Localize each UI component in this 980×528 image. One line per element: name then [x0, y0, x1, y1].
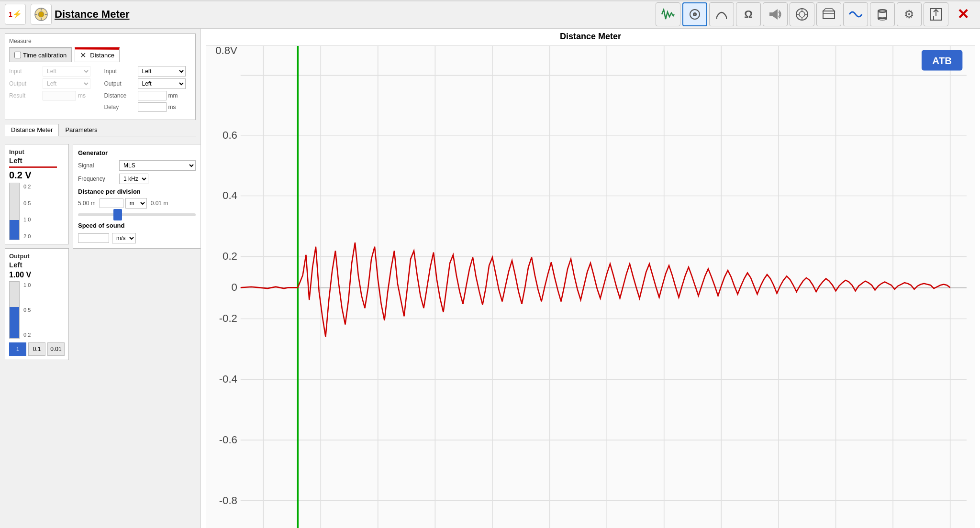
zoom-buttons: 1 0.1 0.01	[9, 342, 65, 356]
dist-distance-input[interactable]: 858	[138, 91, 167, 100]
tc-input-select[interactable]: LeftRight	[43, 66, 90, 77]
input-panel: Input Left 0.2 V 0.2 0.5 1.0	[5, 144, 69, 244]
curve-tool-button[interactable]	[709, 2, 734, 26]
speaker-tool-button[interactable]	[763, 2, 788, 26]
dm-tab-distance-meter[interactable]: Distance Meter	[5, 124, 59, 136]
input-label: Input	[9, 148, 65, 155]
svg-text:0.4: 0.4	[223, 189, 237, 201]
dist-input-select[interactable]: LeftRight	[138, 66, 186, 77]
svg-text:-0.6: -0.6	[219, 434, 237, 446]
app-title: Distance Meter	[55, 8, 130, 21]
dpd-unit-select[interactable]: m cm mm	[125, 198, 147, 209]
output-level-display: 1.0 0.5 0.2	[9, 281, 65, 339]
distance-per-div-section: Distance per division 5.00 m 1.00 m cm m…	[78, 188, 196, 216]
distance-tab[interactable]: ✕ Distance	[75, 47, 120, 62]
input-tick-3: 1.0	[23, 217, 31, 222]
dist-delay-unit: ms	[168, 104, 176, 110]
chart-svg: 0.8V 0.6 0.4 0.2 0 -0.2 -0.4 -0.6 -0.8 0…	[206, 46, 975, 528]
input-channel: Left	[9, 156, 65, 165]
dist-delay-input[interactable]: 2.494	[138, 102, 167, 112]
close-button[interactable]: ✕	[950, 2, 975, 26]
dpd-left-val: 5.00 m	[78, 200, 96, 207]
dm-tab-bar: Distance Meter Parameters	[5, 124, 196, 136]
dpd-row: 5.00 m 1.00 m cm mm 0.01 m	[78, 198, 196, 209]
output-tick-3: 0.2	[23, 332, 31, 338]
output-tick-2: 0.5	[23, 307, 31, 313]
time-cal-label: Time calibration	[23, 52, 67, 59]
dist-distance-label: Distance	[104, 92, 138, 99]
filter-tool-button[interactable]	[790, 2, 814, 26]
dpd-center-input[interactable]: 1.00	[100, 198, 123, 208]
measure-section: Measure Time calibration ✕ Distance	[5, 33, 196, 120]
signal-label: Signal	[78, 162, 116, 169]
input-level-bar	[10, 220, 19, 240]
time-cal-checkbox[interactable]	[14, 52, 21, 58]
sos-label: Speed of sound	[78, 222, 196, 229]
frequency-row: Frequency 1 kHz 2 kHz 4 kHz	[78, 174, 196, 184]
impedance-tool-button[interactable]: Ω	[736, 2, 761, 26]
tc-result-input[interactable]: 1.250	[43, 91, 76, 100]
measure-tabs: Time calibration ✕ Distance	[9, 47, 191, 62]
toolbar: Ω	[656, 2, 975, 26]
output-tick-1: 1.0	[23, 282, 31, 288]
waveform-tool-button[interactable]	[656, 2, 680, 26]
input-level-bar-container	[9, 183, 20, 240]
dpd-right-val: 0.01 m	[151, 200, 168, 207]
output-level-ticks: 1.0 0.5 0.2	[23, 281, 31, 339]
output-label: Output	[9, 253, 65, 260]
tc-input-label: Input	[9, 68, 43, 75]
header: 1⚡ Distance Meter	[0, 0, 980, 29]
dm-tab-parameters[interactable]: Parameters	[59, 124, 103, 136]
sos-unit-select[interactable]: m/s	[112, 233, 136, 243]
output-panel: Output Left 1.00 V 1.0 0.5 0.2	[5, 248, 69, 360]
frequency-select[interactable]: 1 kHz 2 kHz 4 kHz	[119, 174, 148, 184]
cylinder-tool-button[interactable]	[870, 2, 895, 26]
dist-input-label: Input	[104, 68, 138, 75]
input-tick-1: 0.2	[23, 184, 31, 189]
chart-panel: ⚙ Distance Meter	[201, 29, 980, 528]
zoom-btn-01[interactable]: 0.1	[28, 342, 45, 356]
svg-point-8	[694, 13, 696, 15]
sos-section: Speed of sound 344.0 m/s	[78, 222, 196, 243]
zoom-btn-001[interactable]: 0.01	[47, 342, 65, 356]
svg-text:0.8V: 0.8V	[215, 46, 237, 56]
svg-point-14	[799, 11, 805, 17]
dpd-label: Distance per division	[78, 188, 196, 195]
settings-tool-button[interactable]: ⚙	[897, 2, 922, 26]
zoom-btn-1[interactable]: 1	[9, 342, 26, 356]
output-level-bar-container	[9, 281, 20, 339]
export-tool-button[interactable]	[924, 2, 948, 26]
dist-distance-unit: mm	[168, 92, 178, 99]
svg-rect-11	[769, 12, 773, 16]
svg-marker-21	[823, 9, 835, 11]
tc-result-label: Result	[9, 92, 43, 99]
tc-output-select[interactable]: LeftRight	[43, 78, 90, 89]
output-voltage: 1.00 V	[9, 271, 65, 279]
distance-tool-button[interactable]	[682, 2, 707, 26]
tc-result-unit: ms	[78, 92, 86, 99]
svg-text:-0.8: -0.8	[219, 495, 237, 506]
time-calibration-tab[interactable]: Time calibration	[9, 47, 72, 62]
measure-label: Measure	[9, 38, 191, 44]
svg-text:0.6: 0.6	[223, 129, 237, 141]
svg-text:0: 0	[232, 281, 237, 293]
app-icon	[31, 4, 52, 25]
dist-output-select[interactable]: LeftRight	[138, 78, 186, 89]
chart-container: 0.8V 0.6 0.4 0.2 0 -0.2 -0.4 -0.6 -0.8 0…	[206, 45, 975, 528]
io-generator-row: Input Left 0.2 V 0.2 0.5 1.0	[5, 144, 196, 360]
dpd-slider-thumb[interactable]	[113, 209, 122, 220]
wave2-tool-button[interactable]	[843, 2, 868, 26]
sos-input[interactable]: 344.0	[78, 233, 109, 243]
svg-text:ATB: ATB	[932, 55, 952, 66]
box-tool-button[interactable]	[816, 2, 841, 26]
input-tick-2: 0.5	[23, 200, 31, 206]
svg-text:-0.2: -0.2	[219, 312, 237, 324]
chart-title: Distance Meter	[206, 32, 975, 42]
signal-row: Signal MLS Sine White Noise	[78, 160, 196, 171]
dpd-slider-track	[78, 213, 196, 216]
svg-text:-0.4: -0.4	[219, 373, 237, 385]
generator-section: Generator Signal MLS Sine White Noise Fr…	[73, 144, 201, 249]
signal-select[interactable]: MLS Sine White Noise	[119, 160, 196, 171]
generator-label: Generator	[78, 149, 196, 156]
output-level-bar	[10, 307, 19, 338]
